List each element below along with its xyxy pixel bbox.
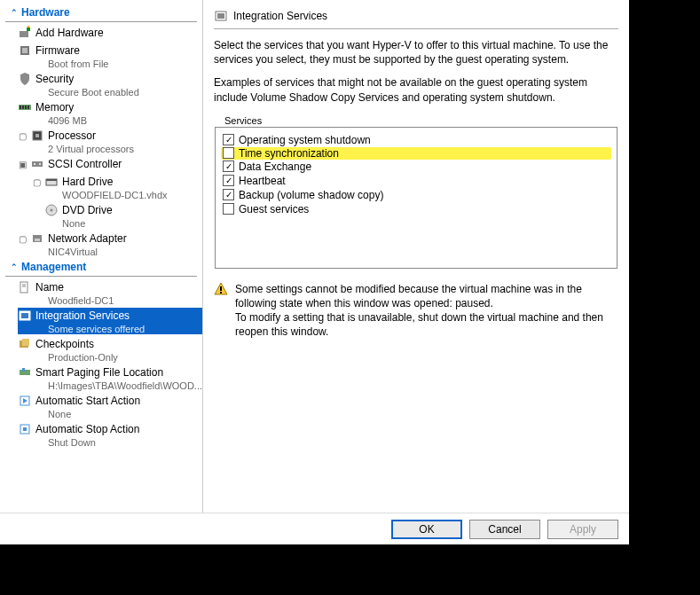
service-checkbox[interactable] — [223, 160, 234, 172]
service-label: Backup (volume shadow copy) — [239, 189, 383, 201]
panel-intro: Select the services that you want Hyper-… — [214, 38, 618, 67]
collapse-icon[interactable]: ▣ — [18, 160, 27, 169]
expand-icon[interactable]: ▢ — [32, 177, 41, 187]
nav-checkpoints-sub: Production-Only — [18, 352, 202, 363]
auto-start-icon — [18, 394, 32, 408]
service-label: Operating system shutdown — [239, 134, 371, 146]
nav-name-label: Name — [35, 281, 64, 294]
nav-spf-label: Smart Paging File Location — [35, 366, 163, 379]
nav-dvd-label: DVD Drive — [62, 204, 113, 216]
nav-dvd[interactable]: DVD Drive None — [0, 201, 202, 230]
nav-processor-label: Processor — [48, 129, 96, 142]
service-label: Time synchronization — [239, 147, 339, 160]
nav-memory[interactable]: Memory 4096 MB — [0, 98, 202, 127]
warning-icon — [214, 282, 228, 296]
nav-auto-stop-sub: Shut Down — [18, 437, 202, 448]
nav-smart-paging[interactable]: Smart Paging File Location H:\Images\TBA… — [0, 364, 202, 392]
warning-line2: To modify a setting that is unavailable,… — [235, 311, 603, 338]
section-hardware: ⌃ Hardware — [5, 4, 197, 22]
svg-rect-11 — [35, 134, 39, 137]
nav-integration-services[interactable]: Integration Services Some services offer… — [0, 307, 202, 335]
nav-hard-drive-label: Hard Drive — [62, 176, 113, 188]
nav-firmware[interactable]: Firmware Boot from File — [0, 42, 202, 70]
service-checkbox[interactable] — [223, 189, 234, 200]
caret-icon: ⌃ — [11, 8, 18, 17]
services-box: Operating system shutdownTime synchroniz… — [215, 127, 617, 269]
nav-scsi-label: SCSI Controller — [48, 158, 122, 170]
svg-rect-21 — [20, 282, 28, 293]
cancel-button[interactable]: Cancel — [469, 520, 540, 539]
nav-add-hardware[interactable]: Add Hardware — [0, 24, 202, 42]
svg-rect-27 — [22, 339, 29, 346]
svg-rect-0 — [20, 31, 28, 37]
svg-rect-9 — [28, 106, 29, 109]
service-row-3[interactable]: Heartbeat — [223, 174, 610, 188]
expand-icon[interactable]: ▢ — [18, 234, 27, 244]
apply-button: Apply — [547, 520, 618, 539]
settings-nav: ⌃ Hardware Add Hardware Firmware — [0, 0, 203, 513]
svg-point-14 — [39, 163, 41, 165]
nav-processor[interactable]: ▢ Processor 2 Virtual processors — [0, 127, 202, 155]
nav-auto-stop-label: Automatic Stop Action — [35, 423, 139, 435]
controller-icon — [30, 157, 44, 171]
add-hardware-icon — [18, 26, 32, 40]
nav-hard-drive[interactable]: ▢ Hard Drive WOODFIELD-DC1.vhdx — [0, 173, 202, 201]
nav-memory-label: Memory — [35, 101, 74, 114]
services-group: Services Operating system shutdownTime s… — [214, 114, 618, 270]
svg-rect-16 — [46, 179, 57, 181]
nav-security-sub: Secure Boot enabled — [18, 87, 202, 98]
service-label: Data Exchange — [239, 160, 311, 173]
svg-rect-29 — [22, 368, 25, 372]
nav-memory-sub: 4096 MB — [18, 115, 202, 126]
service-checkbox[interactable] — [223, 203, 234, 215]
auto-stop-icon — [18, 422, 32, 436]
svg-rect-4 — [22, 48, 28, 53]
svg-rect-36 — [220, 292, 222, 294]
service-checkbox[interactable] — [223, 147, 234, 159]
service-label: Guest services — [239, 203, 309, 215]
svg-rect-6 — [20, 106, 21, 109]
ok-button[interactable]: OK — [391, 520, 462, 539]
services-group-label: Services — [222, 115, 264, 126]
service-row-0[interactable]: Operating system shutdown — [223, 133, 610, 147]
nav-checkpoints[interactable]: Checkpoints Production-Only — [0, 335, 202, 364]
nav-integration-sub: Some services offered — [18, 324, 202, 334]
panel-examples: Examples of services that might not be a… — [214, 75, 618, 104]
service-checkbox[interactable] — [223, 175, 234, 186]
nav-name[interactable]: Name Woodfield-DC1 — [0, 278, 202, 307]
service-row-2[interactable]: Data Exchange — [223, 160, 610, 174]
svg-rect-25 — [21, 313, 28, 318]
nav-processor-sub: 2 Virtual processors — [18, 144, 202, 154]
service-label: Heartbeat — [239, 175, 286, 187]
panel-title: Integration Services — [233, 10, 327, 22]
nav-firmware-label: Firmware — [35, 44, 80, 57]
nav-hard-drive-sub: WOODFIELD-DC1.vhdx — [32, 190, 202, 200]
memory-icon — [18, 100, 32, 114]
settings-window: ⌃ Hardware Add Hardware Firmware — [0, 0, 629, 544]
nav-spf-sub: H:\Images\TBA\Woodfield\WOOD... — [18, 380, 202, 391]
service-row-1[interactable]: Time synchronization — [221, 147, 611, 160]
nav-firmware-sub: Boot from File — [18, 59, 202, 69]
service-row-4[interactable]: Backup (volume shadow copy) — [223, 188, 610, 202]
expand-icon[interactable]: ▢ — [18, 131, 27, 141]
service-checkbox[interactable] — [223, 134, 234, 145]
nic-icon — [30, 231, 44, 246]
nav-auto-stop[interactable]: Automatic Stop Action Shut Down — [0, 420, 202, 449]
warning-box: Some settings cannot be modified because… — [214, 282, 618, 340]
svg-point-13 — [34, 163, 35, 165]
integration-icon — [18, 309, 32, 323]
svg-rect-12 — [32, 161, 43, 167]
nav-security[interactable]: Security Secure Boot enabled — [0, 70, 202, 98]
svg-point-18 — [51, 209, 53, 212]
warning-text: Some settings cannot be modified because… — [235, 282, 618, 340]
svg-rect-1 — [27, 27, 30, 31]
nav-scsi[interactable]: ▣ SCSI Controller — [0, 155, 202, 173]
service-row-5[interactable]: Guest services — [223, 202, 610, 216]
nav-auto-start[interactable]: Automatic Start Action None — [0, 392, 202, 420]
section-hardware-label: Hardware — [21, 6, 70, 19]
svg-rect-35 — [220, 286, 222, 291]
disc-icon — [44, 203, 59, 217]
nav-network-label: Network Adapter — [48, 232, 127, 245]
nav-add-hardware-label: Add Hardware — [35, 27, 104, 39]
nav-network[interactable]: ▢ Network Adapter NIC4Virtual — [0, 230, 202, 258]
